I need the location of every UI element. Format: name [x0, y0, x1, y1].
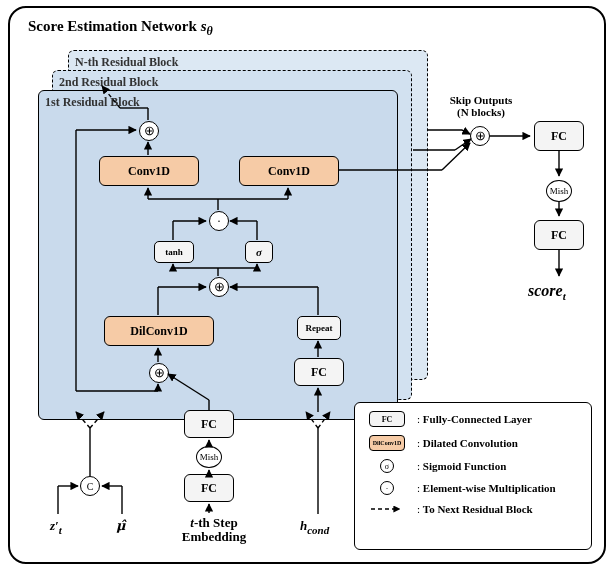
- legend-sigma-label: Sigmoid Function: [423, 460, 506, 472]
- mish-head-label: Mish: [550, 186, 569, 196]
- legend-arrow-label: To Next Residual Block: [423, 503, 533, 515]
- fc-head-2-label: FC: [551, 228, 567, 243]
- repeat: Repeat: [297, 316, 341, 340]
- legend-row-mul: · : Element-wise Multiplication: [365, 481, 581, 495]
- multiply-icon: ·: [209, 211, 229, 231]
- diagram-title: Score Estimation Network sθ: [28, 18, 213, 39]
- plus-skip-icon: ⊕: [470, 126, 490, 146]
- legend-mul-label: Element-wise Multiplication: [423, 482, 556, 494]
- tanh: tanh: [154, 241, 194, 263]
- fc-step-top: FC: [184, 410, 234, 438]
- input-step: t-th Step Embedding: [174, 516, 254, 544]
- input-hcond-sub: cond: [307, 524, 329, 536]
- input-zt: z′t: [50, 518, 62, 536]
- input-hcond: hcond: [300, 518, 329, 536]
- legend-dil-icon: DilConv1D: [369, 435, 405, 451]
- mish-step-icon: Mish: [196, 446, 222, 468]
- plus-mid-icon: ⊕: [209, 277, 229, 297]
- plus-bottom-icon: ⊕: [149, 363, 169, 383]
- mish-head-icon: Mish: [546, 180, 572, 202]
- output-main: score: [528, 282, 563, 299]
- sigma-label: σ: [256, 246, 262, 258]
- sigma: σ: [245, 241, 273, 263]
- legend: FC : Fully-Connected Layer DilConv1D : D…: [354, 402, 592, 550]
- title-sub: θ: [206, 24, 212, 38]
- fc-head-2: FC: [534, 220, 584, 250]
- dilconv1d: DilConv1D: [104, 316, 214, 346]
- conv1d-out: Conv1D: [99, 156, 199, 186]
- legend-row-fc: FC : Fully-Connected Layer: [365, 411, 581, 427]
- plus-top-icon: ⊕: [139, 121, 159, 141]
- mish-step-label: Mish: [200, 452, 219, 462]
- repeat-label: Repeat: [306, 323, 333, 333]
- dilconv1d-label: DilConv1D: [130, 324, 187, 339]
- legend-dil-label: Dilated Convolution: [423, 437, 518, 449]
- legend-sigma-icon: σ: [380, 459, 394, 473]
- residual-block-n-label: N-th Residual Block: [75, 55, 178, 70]
- fc-cond-label: FC: [311, 365, 327, 380]
- title-text: Score Estimation Network: [28, 18, 201, 34]
- output-sub: t: [563, 290, 566, 302]
- fc-step-top-label: FC: [201, 417, 217, 432]
- skip-outputs-label: Skip Outputs (N blocks): [436, 94, 526, 118]
- legend-fc-icon: FC: [369, 411, 405, 427]
- conv1d-skip: Conv1D: [239, 156, 339, 186]
- residual-block-1-label: 1st Residual Block: [45, 95, 140, 110]
- skip-line1: Skip Outputs: [450, 94, 513, 106]
- residual-block-2-label: 2nd Residual Block: [59, 75, 158, 90]
- conv1d-out-label: Conv1D: [128, 164, 170, 179]
- input-step-suffix: -th Step: [194, 515, 238, 530]
- skip-line2: (N blocks): [457, 106, 505, 118]
- legend-row-dil: DilConv1D : Dilated Convolution: [365, 435, 581, 451]
- legend-fc-label: Fully-Connected Layer: [423, 413, 532, 425]
- fc-head-1-label: FC: [551, 129, 567, 144]
- legend-row-arrow: : To Next Residual Block: [365, 503, 581, 515]
- input-zt-sub: t: [59, 524, 62, 536]
- legend-mul-icon: ·: [380, 481, 394, 495]
- svg-line-32: [462, 130, 470, 134]
- input-mu-sym: μ̂: [116, 518, 126, 533]
- tanh-label: tanh: [165, 247, 183, 257]
- fc-step-bottom-label: FC: [201, 481, 217, 496]
- svg-line-28: [442, 143, 470, 170]
- residual-block-1: 1st Residual Block ⊕ Conv1D Conv1D · tan…: [38, 90, 398, 420]
- concat-icon: C: [80, 476, 100, 496]
- network-frame: Score Estimation Network sθ N-th Residua…: [8, 6, 606, 564]
- input-mu: μ̂: [116, 518, 126, 534]
- fc-step-bottom: FC: [184, 474, 234, 502]
- output-label: scoret: [528, 282, 566, 302]
- conv1d-skip-label: Conv1D: [268, 164, 310, 179]
- svg-line-30: [455, 139, 471, 150]
- input-zt-main: z′: [50, 518, 59, 533]
- input-step-emb: Embedding: [182, 529, 246, 544]
- legend-row-sigma: σ : Sigmoid Function: [365, 459, 581, 473]
- fc-cond: FC: [294, 358, 344, 386]
- fc-head-1: FC: [534, 121, 584, 151]
